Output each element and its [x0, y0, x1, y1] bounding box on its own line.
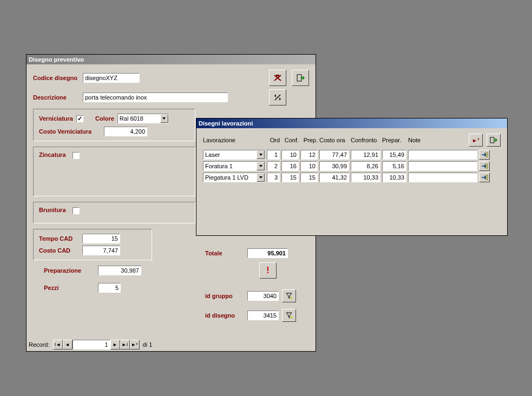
note-cell[interactable]: [408, 173, 477, 182]
codice-disegno-label: Codice disegno: [33, 75, 83, 81]
pezzi-input[interactable]: [98, 283, 121, 293]
ord-cell[interactable]: 2: [267, 161, 280, 171]
ord-cell[interactable]: 1: [267, 150, 280, 160]
verniciatura-checkbox[interactable]: [76, 115, 83, 122]
chevron-down-icon: [257, 162, 265, 170]
filter-gruppo-button[interactable]: [282, 289, 296, 302]
lavorazione-value: Laser: [203, 151, 257, 158]
lavorazione-select[interactable]: Laser: [203, 150, 265, 160]
conf-cell[interactable]: 15: [281, 173, 299, 182]
colore-label: Colore: [95, 115, 114, 122]
costo-ora-cell[interactable]: 41,32: [319, 173, 349, 182]
prep-cell[interactable]: 10: [300, 161, 318, 171]
id-gruppo-input[interactable]: [247, 291, 279, 301]
descrizione-label: Descrizione: [33, 94, 83, 101]
pezzi-label: Pezzi: [44, 285, 98, 291]
table-row: Foratura 12161030,998,265,16: [203, 161, 501, 171]
colore-select[interactable]: Ral 6018: [117, 114, 169, 123]
lavorazione-value: Foratura 1: [203, 163, 257, 169]
exit-door-icon: [490, 136, 497, 144]
costo-cad-label: Costo CAD: [39, 247, 82, 254]
new-row-button[interactable]: ►*: [469, 134, 483, 147]
nav-first-button[interactable]: I◄: [53, 340, 63, 349]
ord-cell[interactable]: 3: [267, 173, 280, 182]
sub-window: Disegni lavorazioni Lavorazione Ord Conf…: [196, 118, 508, 236]
nav-last-button[interactable]: ►I: [120, 340, 130, 349]
tempo-cad-input[interactable]: [82, 234, 120, 243]
col-ord: Ord: [267, 137, 280, 143]
lavorazione-select[interactable]: Foratura 1: [203, 161, 265, 171]
filter-icon: [285, 292, 293, 300]
totale-label: Totale: [205, 250, 247, 256]
descrizione-input[interactable]: [83, 93, 228, 102]
svg-rect-3: [486, 153, 488, 157]
prepar-cell[interactable]: 15,49: [382, 150, 406, 160]
verniciatura-panel: Verniciatura Colore Ral 6018 Costo Verni…: [33, 109, 195, 141]
confronto-cell[interactable]: 10,33: [351, 173, 380, 182]
col-confronto: Confronto: [351, 137, 380, 143]
record-navigator: Record: I◄ ◄ ► ►I ►* di 1: [29, 340, 152, 349]
note-cell[interactable]: [408, 150, 477, 160]
svg-rect-4: [486, 164, 488, 168]
confronto-cell[interactable]: 12,91: [351, 150, 380, 160]
costo-verniciatura-input[interactable]: [104, 127, 147, 136]
costo-ora-cell[interactable]: 30,99: [319, 161, 349, 171]
delete-icon: [273, 74, 282, 82]
zincatura-checkbox[interactable]: [73, 152, 80, 159]
tools-button[interactable]: [269, 89, 286, 105]
sub-close-button[interactable]: [487, 134, 501, 147]
zincatura-label: Zincatura: [39, 151, 66, 158]
main-titlebar[interactable]: Disegno preventivo: [27, 55, 316, 64]
row-action-button[interactable]: [479, 150, 490, 160]
sub-titlebar[interactable]: Disegni lavorazioni: [196, 118, 507, 128]
colore-value: Ral 6018: [118, 115, 160, 122]
conf-cell[interactable]: 10: [281, 150, 299, 160]
confronto-cell[interactable]: 8,26: [351, 161, 380, 171]
arrow-right-icon: [481, 163, 488, 169]
costo-cad-input[interactable]: [82, 246, 120, 255]
conf-cell[interactable]: 16: [281, 161, 299, 171]
nav-prev-button[interactable]: ◄: [63, 340, 73, 349]
lavorazione-select[interactable]: Piegatura 1 LVD: [203, 173, 265, 182]
col-lavorazione: Lavorazione: [203, 137, 265, 143]
arrow-right-icon: [481, 174, 488, 181]
prep-cell[interactable]: 12: [300, 150, 318, 160]
codice-disegno-input[interactable]: [83, 73, 140, 83]
filter-disegno-button[interactable]: [282, 309, 296, 322]
record-label: Record:: [29, 341, 50, 348]
costo-ora-cell[interactable]: 77,47: [319, 150, 349, 160]
totale-input[interactable]: [247, 248, 288, 258]
nav-next-button[interactable]: ►: [110, 340, 120, 349]
row-action-button[interactable]: [479, 173, 490, 182]
preparazione-input[interactable]: [98, 266, 141, 275]
brunitura-panel: Brunitura: [33, 202, 195, 223]
tempo-cad-label: Tempo CAD: [39, 235, 82, 242]
preparazione-label: Preparazione: [44, 267, 98, 274]
chevron-down-icon: [257, 150, 265, 159]
id-disegno-input[interactable]: [247, 311, 279, 320]
col-costo-ora: Costo ora: [319, 137, 349, 143]
prepar-cell[interactable]: 5,16: [382, 161, 406, 171]
svg-rect-2: [490, 137, 494, 143]
new-icon: ►*: [472, 137, 480, 143]
svg-rect-5: [486, 175, 488, 180]
row-action-button[interactable]: [479, 161, 490, 171]
exclamation-icon: !: [266, 266, 269, 275]
col-prep: Prep.: [300, 137, 318, 143]
tools-icon: [273, 93, 282, 102]
col-prepar: Prepar.: [382, 137, 406, 143]
delete-button[interactable]: [269, 70, 286, 86]
costo-verniciatura-label: Costo Verniciatura: [39, 128, 104, 135]
svg-rect-0: [276, 75, 279, 76]
note-cell[interactable]: [408, 161, 477, 171]
nav-new-button[interactable]: ►*: [130, 340, 140, 349]
chevron-down-icon: [160, 114, 168, 123]
prep-cell[interactable]: 15: [300, 173, 318, 182]
prepar-cell[interactable]: 10,33: [382, 173, 406, 182]
brunitura-checkbox[interactable]: [73, 207, 80, 214]
warning-button[interactable]: !: [259, 262, 277, 279]
record-number-input[interactable]: [73, 340, 110, 349]
close-button[interactable]: [292, 70, 309, 86]
id-gruppo-label: id gruppo: [205, 293, 247, 299]
lavorazione-value: Piegatura 1 LVD: [203, 174, 257, 181]
